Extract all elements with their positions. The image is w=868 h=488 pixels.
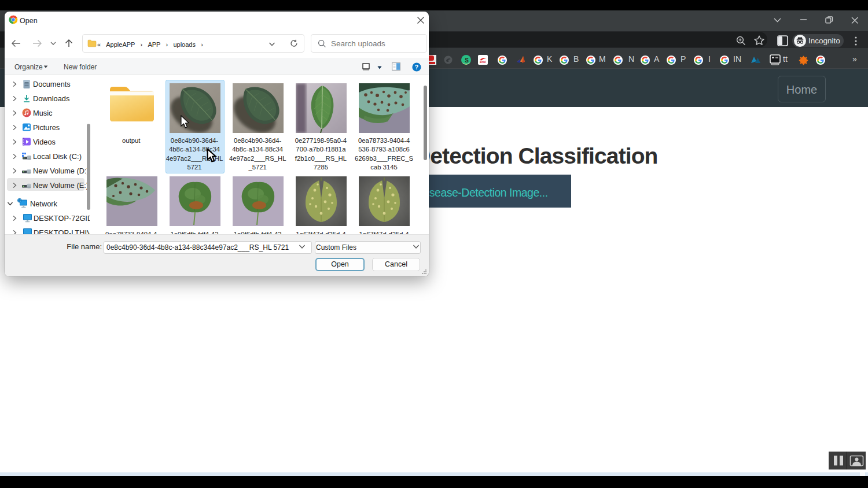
svg-text:airtel: airtel (480, 61, 486, 64)
svg-text:S: S (465, 57, 469, 64)
svg-text:?: ? (415, 64, 418, 71)
